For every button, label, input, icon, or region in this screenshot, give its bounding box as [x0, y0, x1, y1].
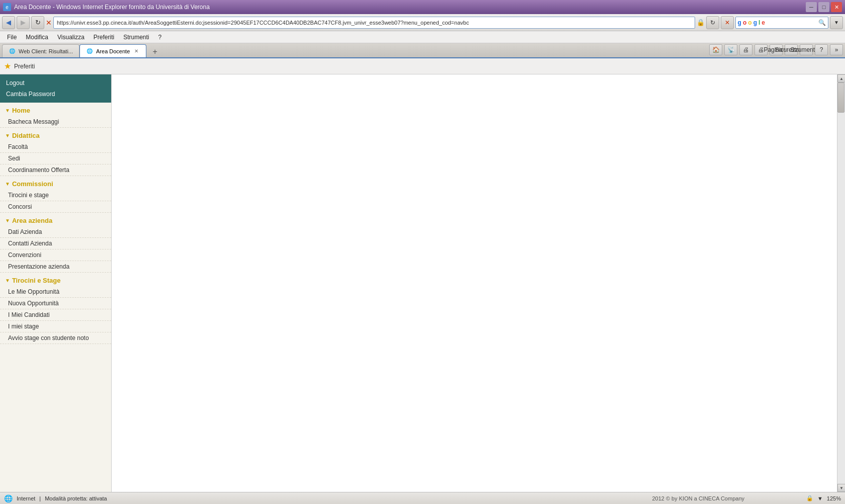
status-bar: 🌐 Internet | Modalità protetta: attivata… [0, 492, 845, 504]
protected-mode-label: Modalità protetta: attivata [45, 495, 107, 501]
lock-icon: 🔒 [697, 19, 705, 26]
stop-page-button[interactable]: ✕ [721, 16, 734, 29]
rss-button[interactable]: 📡 [724, 44, 737, 55]
lock-status-icon: 🔒 [806, 495, 813, 501]
item-facolta[interactable]: Facoltà [0, 141, 111, 153]
item-tirocini-stage[interactable]: Tirocini e stage [0, 190, 111, 201]
scrollbar[interactable]: ▲ ▼ [837, 74, 845, 492]
section-area-azienda-label: Area azienda [12, 217, 52, 224]
help-label: ? [820, 46, 823, 53]
scroll-up-button[interactable]: ▲ [837, 74, 845, 82]
section-didattica-label: Didattica [12, 132, 40, 139]
refresh-page-button[interactable]: ↻ [706, 16, 719, 29]
tab-favicon-areadocente: 🌐 [86, 48, 93, 55]
section-tirocini-stage[interactable]: ▼ Tirocini e Stage [0, 273, 111, 286]
favorites-label[interactable]: Preferiti [14, 63, 35, 70]
google-logo-g2: g [753, 19, 757, 26]
zoom-level: 125% [827, 495, 841, 501]
item-sedi[interactable]: Sedi [0, 153, 111, 164]
address-bar: ◀ ▶ ↻ ✕ 🔒 ↻ ✕ g o o g l e 🔍 ▼ [0, 14, 845, 31]
new-tab-button[interactable]: + [148, 46, 161, 57]
tab-close-button[interactable]: ✕ [133, 48, 140, 55]
logout-link[interactable]: Logout [6, 77, 105, 89]
item-contatti-azienda[interactable]: Contatti Azienda [0, 238, 111, 249]
section-didattica[interactable]: ▼ Didattica [0, 128, 111, 141]
item-le-mie-opportunita[interactable]: Le Mie Opportunità [0, 286, 111, 298]
status-left: 🌐 Internet | Modalità protetta: attivata [4, 494, 107, 502]
tab-bar-tools: 🏠 📡 🖨 🖨 Pagina▼ Sicurezza▼ Strumenti▼ ? … [709, 44, 843, 57]
item-convenzioni[interactable]: Convenzioni [0, 249, 111, 261]
print-preview-button[interactable]: 🖨 [739, 44, 752, 55]
back-button[interactable]: ◀ [2, 16, 15, 29]
search-options-button[interactable]: ▼ [830, 16, 843, 29]
maximize-button[interactable]: □ [818, 2, 829, 12]
tab-webclient[interactable]: 🌐 Web Client: Risultati... [2, 44, 79, 57]
main-layout: Logout Cambia Password ▼ Home Bacheca Me… [0, 74, 845, 492]
section-home[interactable]: ▼ Home [0, 103, 111, 116]
minimize-button[interactable]: ─ [806, 2, 817, 12]
item-nuova-opportunita[interactable]: Nuova Opportunità [0, 298, 111, 309]
expand-tabs-button[interactable]: » [830, 44, 843, 55]
menu-file[interactable]: File [3, 32, 21, 42]
forward-button[interactable]: ▶ [17, 16, 30, 29]
google-logo-o: o [743, 19, 746, 26]
menu-preferiti[interactable]: Preferiti [90, 32, 118, 42]
zoom-down-button[interactable]: ▼ [817, 495, 823, 501]
tools-label: Strumenti [790, 46, 816, 53]
change-password-link[interactable]: Cambia Password [6, 89, 105, 100]
search-input[interactable] [767, 20, 817, 26]
section-commissioni[interactable]: ▼ Commissioni [0, 176, 111, 190]
help-button[interactable]: ? [815, 44, 828, 55]
url-input[interactable] [53, 17, 695, 29]
item-i-miei-candidati[interactable]: I Miei Candidati [0, 309, 111, 321]
section-tirocini-stage-label: Tirocini e Stage [12, 277, 61, 284]
browser-icon: e [3, 3, 11, 11]
item-coordinamento-offerta[interactable]: Coordinamento Offerta [0, 164, 111, 176]
window-controls: ─ □ ✕ [806, 2, 842, 12]
menu-bar: File Modifica Visualizza Preferiti Strum… [0, 31, 845, 43]
section-commissioni-label: Commissioni [12, 180, 53, 188]
content-area [112, 74, 837, 492]
section-area-azienda[interactable]: ▼ Area azienda [0, 213, 111, 226]
zone-globe-icon: 🌐 [4, 494, 13, 502]
item-avvio-stage-studente-noto[interactable]: Avvio stage con studente noto [0, 332, 111, 344]
zone-label: Internet [17, 495, 35, 501]
item-concorsi[interactable]: Concorsi [0, 201, 111, 213]
scroll-down-button[interactable]: ▼ [837, 484, 845, 492]
refresh-button[interactable]: ↻ [31, 16, 44, 29]
sidebar: Logout Cambia Password ▼ Home Bacheca Me… [0, 74, 112, 492]
window-title: Area Docente - Windows Internet Explorer… [14, 4, 210, 11]
title-bar: e Area Docente - Windows Internet Explor… [0, 0, 845, 14]
item-i-miei-stage[interactable]: I miei stage [0, 321, 111, 332]
tab-favicon-webclient: 🌐 [9, 48, 16, 55]
item-dati-azienda[interactable]: Dati Azienda [0, 226, 111, 238]
menu-strumenti[interactable]: Strumenti [119, 32, 153, 42]
menu-visualizza[interactable]: Visualizza [53, 32, 89, 42]
arrow-tirocini-stage: ▼ [5, 278, 10, 283]
tab-label-webclient: Web Client: Risultati... [19, 48, 73, 54]
item-bacheca-messaggi[interactable]: Bacheca Messaggi [0, 116, 111, 128]
tab-areadocente[interactable]: 🌐 Area Docente ✕ [79, 44, 146, 57]
search-bar-container: g o o g l e 🔍 [735, 17, 828, 29]
stop-button[interactable]: ✕ [46, 19, 52, 27]
close-button[interactable]: ✕ [831, 2, 842, 12]
separator: | [39, 495, 41, 501]
tab-bar: 🌐 Web Client: Risultati... 🌐 Area Docent… [0, 43, 845, 58]
item-presentazione-azienda[interactable]: Presentazione azienda [0, 261, 111, 273]
favorites-star-icon[interactable]: ★ [4, 61, 11, 71]
tools-dropdown-button[interactable]: Strumenti▼ [800, 44, 813, 55]
section-home-label: Home [12, 107, 30, 114]
menu-modifica[interactable]: Modifica [22, 32, 52, 42]
arrow-area-azienda: ▼ [5, 218, 10, 223]
google-logo-o2: o [748, 19, 751, 26]
menu-help[interactable]: ? [154, 32, 166, 42]
home-button[interactable]: 🏠 [709, 44, 722, 55]
tab-label-areadocente: Area Docente [96, 48, 130, 54]
search-submit-button[interactable]: 🔍 [818, 19, 826, 26]
copyright-text: 2012 © by KION a CINECA Company [652, 495, 744, 501]
arrow-didattica: ▼ [5, 133, 10, 138]
google-logo-e: e [762, 19, 765, 26]
scroll-thumb[interactable] [837, 82, 844, 113]
google-logo: g [738, 19, 741, 26]
scroll-track[interactable] [837, 82, 845, 484]
